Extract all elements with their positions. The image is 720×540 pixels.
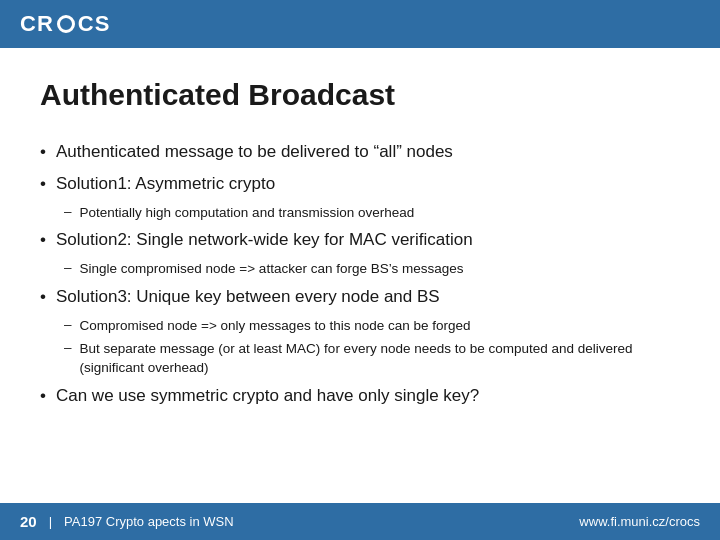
sub-list-item: – But separate message (or at least MAC)… <box>64 340 680 378</box>
sub-bullet-text: Potentially high computation and transmi… <box>80 204 415 223</box>
logo-cr: CR <box>20 11 54 37</box>
bullet-text: Solution3: Unique key between every node… <box>56 285 440 309</box>
top-bar: CR CS <box>0 0 720 48</box>
list-item: • Authenticated message to be delivered … <box>40 140 680 164</box>
bottom-bar: 20 | PA197 Crypto apects in WSN www.fi.m… <box>0 503 720 540</box>
logo: CR CS <box>20 11 110 37</box>
list-item: • Solution3: Unique key between every no… <box>40 285 680 377</box>
sub-dash: – <box>64 260 72 275</box>
sub-dash: – <box>64 340 72 355</box>
footer-course: PA197 Crypto apects in WSN <box>64 514 234 529</box>
bullet-dot: • <box>40 228 46 252</box>
footer-left: 20 | PA197 Crypto apects in WSN <box>20 513 234 530</box>
list-item: • Can we use symmetric crypto and have o… <box>40 384 680 408</box>
bullet-dot: • <box>40 384 46 408</box>
bullet-list: • Authenticated message to be delivered … <box>40 140 680 407</box>
sub-bullet-text: Compromised node => only messages to thi… <box>80 317 471 336</box>
slide-title: Authenticated Broadcast <box>40 78 680 112</box>
page-number: 20 <box>20 513 37 530</box>
footer-url: www.fi.muni.cz/crocs <box>579 514 700 529</box>
sub-bullet-text: But separate message (or at least MAC) f… <box>80 340 680 378</box>
sub-list-item: – Compromised node => only messages to t… <box>64 317 680 336</box>
logo-circle-icon <box>57 15 75 33</box>
sub-dash: – <box>64 317 72 332</box>
bullet-text: Can we use symmetric crypto and have onl… <box>56 384 479 408</box>
sub-bullet-text: Single compromised node => attacker can … <box>80 260 464 279</box>
bullet-text: Solution1: Asymmetric crypto <box>56 172 275 196</box>
bullet-dot: • <box>40 285 46 309</box>
bullet-dot: • <box>40 140 46 164</box>
bullet-text: Authenticated message to be delivered to… <box>56 140 453 164</box>
slide-content: Authenticated Broadcast • Authenticated … <box>0 48 720 503</box>
footer-separator: | <box>49 514 52 529</box>
list-item: • Solution1: Asymmetric crypto – Potenti… <box>40 172 680 223</box>
logo-cs: CS <box>78 11 111 37</box>
sub-dash: – <box>64 204 72 219</box>
bullet-text: Solution2: Single network-wide key for M… <box>56 228 473 252</box>
list-item: • Solution2: Single network-wide key for… <box>40 228 680 279</box>
sub-list-item: – Single compromised node => attacker ca… <box>64 260 680 279</box>
bullet-dot: • <box>40 172 46 196</box>
sub-list-item: – Potentially high computation and trans… <box>64 204 680 223</box>
